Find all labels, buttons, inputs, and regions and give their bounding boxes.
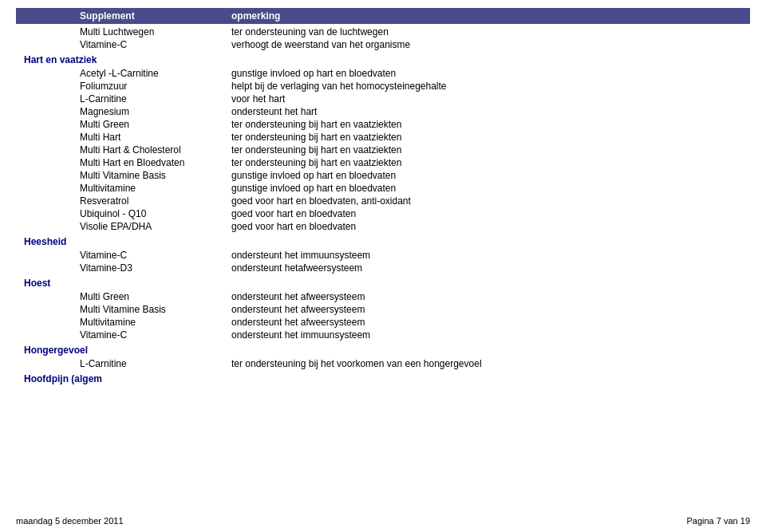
table-row: Multi Green ter ondersteuning bij hart e… bbox=[16, 118, 750, 131]
table-row: Multi Vitamine Basis ondersteunt het afw… bbox=[16, 303, 750, 316]
table-row: Magnesium ondersteunt het hart bbox=[16, 105, 750, 118]
section-header: Heesheid bbox=[16, 233, 750, 249]
opmerking-cell: gunstige invloed op hart en bloedvaten bbox=[223, 68, 750, 79]
opmerking-cell: verhoogt de weerstand van het organisme bbox=[223, 39, 750, 50]
header-supplement: Supplement bbox=[16, 10, 223, 22]
supplement-cell: Multi Vitamine Basis bbox=[80, 170, 223, 181]
opmerking-cell: gunstige invloed op hart en bloedvaten bbox=[223, 183, 750, 194]
supplement-cell: Multi Green bbox=[80, 119, 223, 130]
table-row: Multi Hart & Cholesterol ter ondersteuni… bbox=[16, 144, 750, 156]
section-header: Hoofdpijn (algem bbox=[16, 370, 750, 386]
opmerking-cell: ondersteunt het hart bbox=[223, 106, 750, 117]
header-opmerking: opmerking bbox=[223, 10, 750, 22]
table-row: Multivitamine ondersteunt het afweersyst… bbox=[16, 316, 750, 329]
section-header: Hoest bbox=[16, 274, 750, 290]
table-row: Multi Green ondersteunt het afweersystee… bbox=[16, 290, 750, 303]
supplement-cell: Multivitamine bbox=[80, 317, 223, 328]
opmerking-cell: ondersteunt het immuunsysteem bbox=[223, 250, 750, 261]
opmerking-cell: ter ondersteuning bij het voorkomen van … bbox=[223, 358, 750, 369]
supplement-cell: Vitamine-D3 bbox=[80, 262, 223, 274]
opmerking-cell: ondersteunt het afweersysteem bbox=[223, 304, 750, 315]
opmerking-cell: voor het hart bbox=[223, 93, 750, 104]
supplement-cell: Multi Vitamine Basis bbox=[80, 304, 223, 315]
opmerking-cell: helpt bij de verlaging van het homocyste… bbox=[223, 81, 750, 92]
table-header: Supplement opmerking bbox=[16, 8, 750, 24]
opmerking-cell: ter ondersteuning bij hart en vaatziekte… bbox=[223, 119, 750, 130]
table-row: L-Carnitine ter ondersteuning bij het vo… bbox=[16, 357, 750, 370]
table-row: Vitamine-C verhoogt de weerstand van het… bbox=[16, 38, 750, 51]
supplement-cell: Multi Luchtwegen bbox=[80, 26, 223, 37]
opmerking-cell: ondersteunt het immuunsysteem bbox=[223, 329, 750, 341]
opmerking-cell: ter ondersteuning bij hart en vaatziekte… bbox=[223, 132, 750, 143]
footer-page: Pagina 7 van 19 bbox=[686, 516, 750, 526]
supplement-cell: Magnesium bbox=[80, 106, 223, 117]
table-row: Acetyl -L-Carnitine gunstige invloed op … bbox=[16, 67, 750, 80]
table-row: Vitamine-D3 ondersteunt hetafweersysteem bbox=[16, 262, 750, 274]
opmerking-cell: ondersteunt hetafweersysteem bbox=[223, 262, 750, 274]
opmerking-cell: ondersteunt het afweersysteem bbox=[223, 291, 750, 302]
table-row: Multi Hart ter ondersteuning bij hart en… bbox=[16, 131, 750, 144]
supplement-cell: Multivitamine bbox=[80, 183, 223, 194]
sections-container: Multi Luchtwegen ter ondersteuning van d… bbox=[16, 26, 750, 386]
supplement-cell: Ubiquinol - Q10 bbox=[80, 208, 223, 219]
table-row: Vitamine-C ondersteunt het immuunsysteem bbox=[16, 249, 750, 262]
opmerking-cell: goed voor hart en bloedvaten bbox=[223, 221, 750, 232]
supplement-cell: Visolie EPA/DHA bbox=[80, 221, 223, 232]
supplement-cell: Multi Green bbox=[80, 291, 223, 302]
table-row: L-Carnitine voor het hart bbox=[16, 93, 750, 105]
supplement-cell: Multi Hart bbox=[80, 132, 223, 143]
table-row: Vitamine-C ondersteunt het immuunsysteem bbox=[16, 329, 750, 341]
footer: maandag 5 december 2011 Pagina 7 van 19 bbox=[0, 516, 766, 526]
supplement-cell: Vitamine-C bbox=[80, 329, 223, 341]
opmerking-cell: goed voor hart en bloedvaten, anti-oxida… bbox=[223, 195, 750, 207]
opmerking-cell: ter ondersteuning bij hart en vaatziekte… bbox=[223, 157, 750, 168]
opmerking-cell: gunstige invloed op hart en bloedvaten bbox=[223, 170, 750, 181]
section-header: Hongergevoel bbox=[16, 341, 750, 357]
footer-date: maandag 5 december 2011 bbox=[16, 516, 124, 526]
table-row: Foliumzuur helpt bij de verlaging van he… bbox=[16, 80, 750, 93]
supplement-cell: Multi Hart en Bloedvaten bbox=[80, 157, 223, 168]
opmerking-cell: goed voor hart en bloedvaten bbox=[223, 208, 750, 219]
table-row: Multi Hart en Bloedvaten ter ondersteuni… bbox=[16, 156, 750, 169]
page-container: Supplement opmerking Multi Luchtwegen te… bbox=[0, 0, 766, 418]
table-row: Visolie EPA/DHA goed voor hart en bloedv… bbox=[16, 220, 750, 233]
opmerking-cell: ondersteunt het afweersysteem bbox=[223, 317, 750, 328]
supplement-cell: Vitamine-C bbox=[80, 39, 223, 50]
supplement-cell: Multi Hart & Cholesterol bbox=[80, 144, 223, 156]
opmerking-cell: ter ondersteuning van de luchtwegen bbox=[223, 26, 750, 37]
table-row: Multivitamine gunstige invloed op hart e… bbox=[16, 182, 750, 195]
supplement-cell: L-Carnitine bbox=[80, 93, 223, 104]
supplement-cell: Vitamine-C bbox=[80, 250, 223, 261]
supplement-cell: Resveratrol bbox=[80, 195, 223, 207]
table-row: Ubiquinol - Q10 goed voor hart en bloedv… bbox=[16, 207, 750, 220]
section-header: Hart en vaatziek bbox=[16, 51, 750, 67]
table-row: Multi Vitamine Basis gunstige invloed op… bbox=[16, 169, 750, 182]
table-row: Resveratrol goed voor hart en bloedvaten… bbox=[16, 195, 750, 207]
opmerking-cell: ter ondersteuning bij hart en vaatziekte… bbox=[223, 144, 750, 156]
supplement-cell: Foliumzuur bbox=[80, 81, 223, 92]
supplement-cell: Acetyl -L-Carnitine bbox=[80, 68, 223, 79]
table-row: Multi Luchtwegen ter ondersteuning van d… bbox=[16, 26, 750, 38]
supplement-cell: L-Carnitine bbox=[80, 358, 223, 369]
